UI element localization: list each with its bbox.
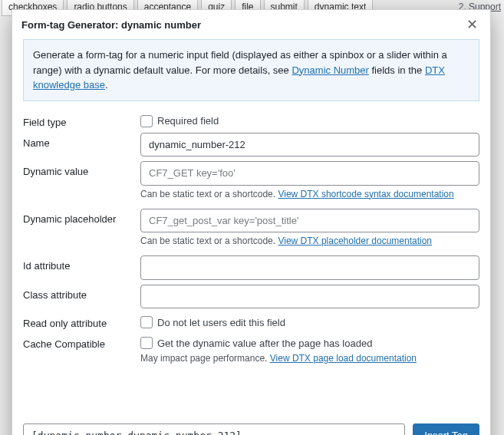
row-readonly: Read only attribute Do not let users edi… [23, 313, 479, 329]
name-input[interactable] [140, 133, 479, 157]
row-dynamic-value: Dynamic value [23, 161, 479, 186]
row-dynamic-placeholder: Dynamic placeholder [23, 209, 479, 233]
close-icon[interactable]: ✕ [463, 16, 481, 33]
label-cache: Cache Compatible [23, 334, 140, 350]
dynamic-value-input[interactable] [140, 161, 479, 186]
label-readonly: Read only attribute [23, 313, 140, 329]
dynamic-value-hint: Can be static text or a shortcode. View … [140, 189, 479, 199]
label-field-type: Field type [23, 112, 140, 128]
dialog-header: Form-tag Generator: dynamic number ✕ [12, 10, 490, 39]
row-id-attribute: Id attribute [23, 255, 479, 280]
dynamic-number-link[interactable]: Dynamic Number [292, 64, 368, 76]
placeholder-doc-link[interactable]: View DTX placeholder documentation [278, 236, 432, 246]
label-id: Id attribute [23, 255, 140, 272]
form-tag-dialog: Form-tag Generator: dynamic number ✕ Gen… [12, 9, 491, 435]
id-input[interactable] [140, 255, 479, 280]
label-dynamic-value: Dynamic value [23, 161, 140, 177]
dynamic-placeholder-hint: Can be static text or a shortcode. View … [140, 236, 479, 246]
row-field-type: Field type Required field [23, 112, 479, 128]
generated-tag-input[interactable] [23, 423, 405, 435]
label-dynamic-placeholder: Dynamic placeholder [23, 209, 140, 225]
hint-text: Can be static text or a shortcode. [140, 236, 278, 246]
info-text: . [105, 79, 108, 91]
required-checkbox-label: Required field [157, 115, 219, 127]
cache-checkbox-label: Get the dynamic value after the page has… [157, 338, 372, 349]
row-name: Name [23, 133, 479, 157]
insert-tag-button[interactable]: Insert Tag [413, 423, 479, 435]
dialog-title: Form-tag Generator: dynamic number [21, 19, 201, 31]
hint-text: Can be static text or a shortcode. [140, 189, 278, 199]
required-checkbox[interactable] [140, 115, 153, 127]
hint-text: May impact page performance. [140, 353, 270, 364]
page-load-doc-link[interactable]: View DTX page load documentation [270, 353, 417, 364]
cache-hint: May impact page performance. View DTX pa… [140, 353, 479, 364]
cache-checkbox[interactable] [140, 337, 153, 349]
class-input[interactable] [140, 285, 479, 309]
dialog-body: Generate a form-tag for a numeric input … [12, 39, 490, 384]
label-class: Class attribute [23, 285, 140, 301]
dynamic-placeholder-input[interactable] [140, 209, 479, 233]
row-class-attribute: Class attribute [23, 285, 479, 309]
readonly-checkbox[interactable] [140, 316, 153, 328]
shortcode-syntax-link[interactable]: View DTX shortcode syntax documentation [278, 189, 453, 199]
label-name: Name [23, 133, 140, 149]
readonly-checkbox-label: Do not let users edit this field [157, 317, 285, 328]
info-box: Generate a form-tag for a numeric input … [23, 39, 479, 101]
info-text: fields in the [369, 64, 425, 76]
row-cache: Cache Compatible Get the dynamic value a… [23, 334, 479, 350]
dialog-footer: Insert Tag [12, 414, 490, 435]
